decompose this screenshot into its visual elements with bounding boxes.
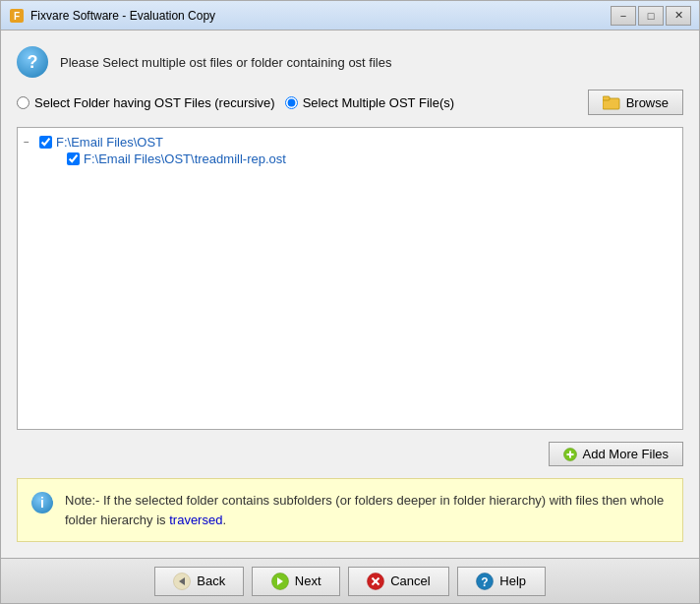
- cancel-label: Cancel: [390, 574, 430, 588]
- minimize-button[interactable]: −: [611, 6, 636, 26]
- tree-root-node: − F:\Email Files\OST: [24, 134, 676, 151]
- note-area: i Note:- If the selected folder contains…: [17, 478, 683, 542]
- tree-child-label: F:\Email Files\OST\treadmill-rep.ost: [84, 151, 286, 166]
- note-text-part1: Note:- If the selected folder contains s…: [65, 493, 664, 527]
- maximize-button[interactable]: □: [638, 6, 664, 26]
- window-controls: − □ ✕: [611, 6, 691, 26]
- next-label: Next: [295, 574, 321, 588]
- note-text-part2: .: [222, 513, 226, 527]
- tree-root-label: F:\Email Files\OST: [56, 135, 163, 150]
- help-label: Help: [499, 574, 526, 588]
- back-button[interactable]: Back: [154, 567, 244, 596]
- browse-button[interactable]: Browse: [588, 90, 683, 115]
- add-more-files-button[interactable]: Add More Files: [549, 442, 683, 466]
- tree-expander-icon[interactable]: −: [24, 137, 35, 148]
- main-window: F Fixvare Software - Evaluation Copy − □…: [0, 0, 700, 604]
- cancel-button[interactable]: Cancel: [348, 567, 448, 596]
- help-icon: ?: [476, 573, 494, 590]
- tree-child-checkbox[interactable]: [67, 152, 80, 165]
- add-files-row: Add More Files: [17, 442, 683, 466]
- add-icon: [563, 448, 577, 461]
- radio-folder-label: Select Folder having OST Files (recursiv…: [34, 95, 275, 110]
- note-info-icon: i: [31, 492, 53, 513]
- radio-multiple-label: Select Multiple OST File(s): [303, 95, 454, 110]
- bottom-bar: Back Next Cancel ? Help: [1, 558, 699, 603]
- svg-text:?: ?: [482, 574, 489, 588]
- next-icon: [271, 573, 289, 590]
- tree-root-checkbox[interactable]: [39, 136, 52, 149]
- file-tree-container[interactable]: − F:\Email Files\OST F:\Email Files\OST\…: [17, 127, 683, 430]
- add-more-label: Add More Files: [583, 447, 669, 461]
- browse-label: Browse: [626, 95, 669, 110]
- radio-option-folder[interactable]: Select Folder having OST Files (recursiv…: [17, 95, 275, 110]
- close-button[interactable]: ✕: [666, 6, 691, 26]
- cancel-icon: [367, 573, 384, 590]
- back-icon: [173, 573, 191, 590]
- back-label: Back: [197, 574, 225, 588]
- note-highlight: traversed: [169, 513, 222, 527]
- radio-folder-input[interactable]: [17, 96, 29, 109]
- main-content: ? Please Select multiple ost files or fo…: [1, 30, 699, 558]
- radio-multiple-input[interactable]: [285, 96, 298, 109]
- note-text: Note:- If the selected folder contains s…: [65, 491, 669, 529]
- title-bar: F Fixvare Software - Evaluation Copy − □…: [1, 1, 699, 30]
- tree-child-node: F:\Email Files\OST\treadmill-rep.ost: [51, 151, 676, 167]
- radio-options-row: Select Folder having OST Files (recursiv…: [17, 90, 683, 115]
- next-button[interactable]: Next: [252, 567, 340, 596]
- header-info: ? Please Select multiple ost files or fo…: [17, 46, 683, 78]
- folder-icon: [603, 94, 620, 110]
- help-button[interactable]: ? Help: [457, 567, 546, 596]
- header-text: Please Select multiple ost files or fold…: [60, 55, 391, 70]
- radio-option-multiple[interactable]: Select Multiple OST File(s): [285, 95, 454, 110]
- svg-rect-3: [603, 96, 610, 100]
- question-icon: ?: [17, 46, 48, 78]
- window-title: Fixvare Software - Evaluation Copy: [30, 9, 611, 23]
- app-icon: F: [9, 8, 25, 24]
- svg-text:F: F: [14, 11, 20, 22]
